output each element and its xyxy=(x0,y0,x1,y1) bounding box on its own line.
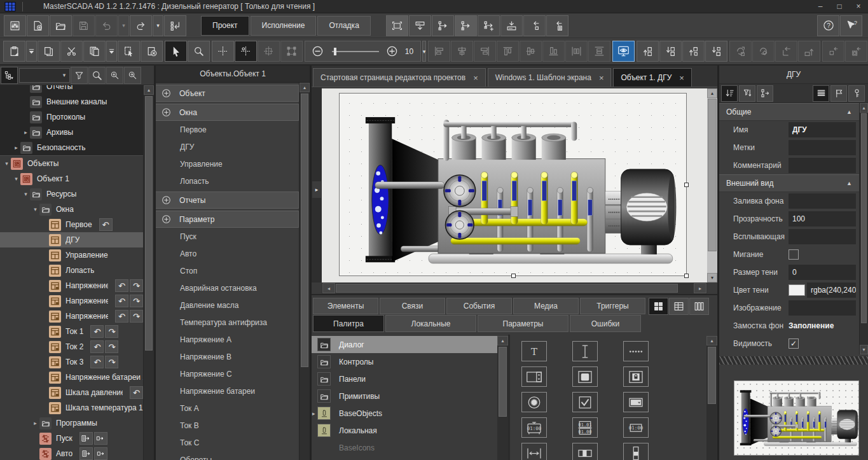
plus-circle-icon[interactable] xyxy=(156,108,176,117)
inspector-scroll-down-icon[interactable]: ▾ xyxy=(860,345,868,354)
inherit-forward-icon[interactable]: ↷ xyxy=(105,340,118,353)
select-page-button[interactable] xyxy=(118,41,140,62)
zoom-in-button[interactable] xyxy=(385,41,400,62)
zoom-dropdown-button[interactable]: ▾ xyxy=(422,41,427,62)
funnel-button[interactable] xyxy=(71,67,88,84)
expander-icon[interactable]: ▾ xyxy=(3,160,11,167)
module-out-icon[interactable] xyxy=(79,447,93,460)
tree-out-button[interactable] xyxy=(432,15,454,36)
tree-item-Протоколы[interactable]: Протоколы xyxy=(0,109,143,125)
tree-item-Окна[interactable]: ▾Окна xyxy=(0,202,143,217)
inspector-scroll-thumb[interactable] xyxy=(861,113,867,323)
view-grid-button[interactable] xyxy=(649,298,668,315)
help-button[interactable]: ? xyxy=(817,15,839,36)
tree-item-Программы[interactable]: ▸Программы xyxy=(0,415,143,431)
expander-icon[interactable]: ▾ xyxy=(31,206,39,213)
arrow-left-sq-button[interactable] xyxy=(523,15,546,36)
tree-item-Объект 1[interactable]: ▾Объект 1 xyxy=(0,171,143,186)
object-item-Управление[interactable]: Управление xyxy=(156,155,299,172)
inherit-forward-icon[interactable]: ↷ xyxy=(130,295,143,307)
close-button[interactable]: × xyxy=(849,1,868,13)
dist-h-button[interactable] xyxy=(565,41,588,62)
collapse-section-icon[interactable]: ▲ xyxy=(846,109,852,115)
elements-collapse-icon[interactable]: ▴ xyxy=(706,336,717,345)
inherit-forward-icon[interactable]: ↷ xyxy=(130,310,143,323)
rot-free-button[interactable] xyxy=(752,41,775,62)
mode-tab-Отладка[interactable]: Отладка xyxy=(317,16,370,36)
inherit-forward-icon[interactable]: ↷ xyxy=(130,279,143,292)
minimize-button[interactable]: – xyxy=(811,1,830,13)
tree-item-Управление[interactable]: Управление xyxy=(0,247,143,263)
tree-collapse-icon[interactable]: ▴ xyxy=(144,85,154,95)
element-knob[interactable] xyxy=(521,392,547,412)
object-item-Аварийная остановка[interactable]: Аварийная остановка xyxy=(156,279,299,296)
tree-item-Напряжение 1[interactable]: Напряжение 1↶↷ xyxy=(0,278,143,293)
palette-group-Примитивы[interactable]: Примитивы xyxy=(312,387,497,405)
palette-collapse-icon[interactable]: ▴ xyxy=(497,336,508,345)
cut-button[interactable] xyxy=(60,41,83,62)
plus-circle-icon[interactable] xyxy=(156,195,176,205)
att-l2-button[interactable] xyxy=(845,41,867,62)
plus-circle-icon[interactable] xyxy=(156,214,176,224)
grid-rect-button[interactable] xyxy=(258,41,280,62)
element-button[interactable] xyxy=(572,366,598,387)
object-item-Напряжение А[interactable]: Напряжение А xyxy=(156,331,299,348)
copy-button[interactable] xyxy=(38,41,60,62)
doc-tab-Объект 1. ДГУ[interactable]: Объект 1. ДГУ× xyxy=(613,68,691,87)
caret-down-icon[interactable]: ▾ xyxy=(59,72,69,78)
vscroll-thumb[interactable] xyxy=(708,99,717,251)
tree-item-Отчеты[interactable]: Отчеты xyxy=(0,85,143,94)
mode-tab-Исполнение[interactable]: Исполнение xyxy=(251,16,317,36)
rot-cw-button[interactable] xyxy=(729,41,752,62)
folder-button[interactable] xyxy=(50,15,72,36)
tree-item-Шкала температура 1[interactable]: Шкала температура 1 xyxy=(0,400,143,415)
tree-item-Ток 3[interactable]: Ток 3↶↷ xyxy=(0,354,143,370)
window-canvas[interactable] xyxy=(339,93,687,276)
dist-v-button[interactable] xyxy=(588,41,610,62)
close-tab-icon[interactable]: × xyxy=(599,73,604,83)
tree-item-Объекты[interactable]: ▾Объекты xyxy=(0,156,143,171)
object-group-Отчеты[interactable]: Отчеты xyxy=(156,192,299,209)
expander-icon[interactable]: ▾ xyxy=(22,191,30,197)
palette-group-Локальная[interactable]: Локальная xyxy=(312,422,497,439)
object-item-Ток C[interactable]: Ток C xyxy=(156,434,299,451)
element-range[interactable] xyxy=(521,443,547,460)
tree-item-Архивы[interactable]: ▸Архивы xyxy=(0,125,143,140)
hscroll-thumb[interactable] xyxy=(336,284,678,293)
paste-button[interactable] xyxy=(3,41,25,62)
palette-scroll-thumb[interactable] xyxy=(499,347,507,417)
close-tab-icon[interactable]: × xyxy=(679,73,684,83)
inspector-scrollbar[interactable]: ▴▾ xyxy=(859,103,868,354)
object-item-Обороты[interactable]: Обороты xyxy=(156,451,299,460)
help-cursor-button[interactable]: ? xyxy=(840,15,862,36)
palette-group-Диалог[interactable]: Диалог xyxy=(312,336,497,353)
tree-item-Безопасность[interactable]: ▸Безопасность xyxy=(0,140,143,155)
del-page-button[interactable] xyxy=(141,41,163,62)
inherit-back-icon[interactable]: ↶ xyxy=(115,295,128,307)
selection-handle-bottom[interactable] xyxy=(511,274,516,278)
element-time[interactable]: 01:00 xyxy=(623,417,649,438)
object-group-Объект[interactable]: Объект xyxy=(156,85,299,102)
object-group-Параметр[interactable]: Параметр xyxy=(156,211,299,228)
object-item-ДГУ[interactable]: ДГУ xyxy=(156,138,299,155)
tree-item-Напряжение 2[interactable]: Напряжение 2↶↷ xyxy=(0,293,143,309)
magnifier-button[interactable] xyxy=(88,67,106,84)
doc-tab-Стартовая страница редактора проектов[interactable]: Стартовая страница редактора проектов× xyxy=(313,68,486,87)
tree-item-Напряжение 3[interactable]: Напряжение 3↶↷ xyxy=(0,309,143,324)
tree-item-Ток 1[interactable]: Ток 1↶↷ xyxy=(0,324,143,339)
canvas-vscrollbar[interactable]: ▴ ▾ xyxy=(707,88,717,282)
inherit-back-icon[interactable]: ↶ xyxy=(90,356,104,368)
tree-out-button[interactable] xyxy=(455,15,477,36)
bottom-tab-Медиа[interactable]: Медиа xyxy=(513,298,579,314)
zoom-slider-handle[interactable] xyxy=(334,48,336,55)
caret-dropdown-button[interactable]: ▾ xyxy=(118,15,129,36)
view-table-button[interactable] xyxy=(669,298,689,315)
tree-item-Ресурсы[interactable]: ▾Ресурсы xyxy=(0,186,143,202)
dup-button[interactable] xyxy=(83,41,106,62)
sort-button[interactable] xyxy=(721,85,738,102)
element-combobox[interactable] xyxy=(623,392,649,412)
prop-input-Метки[interactable] xyxy=(789,140,856,155)
tree-item-Внешние каналы[interactable]: Внешние каналы xyxy=(0,94,143,109)
att-l-button[interactable] xyxy=(822,41,844,62)
scroll-right-icon[interactable]: ▸ xyxy=(694,283,706,293)
